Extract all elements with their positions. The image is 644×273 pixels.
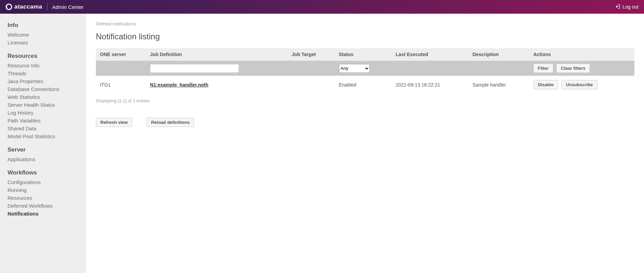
cell-description: Sample handler xyxy=(468,76,529,94)
sidebar-heading: Workflows xyxy=(8,169,79,176)
sidebar-group: ServerApplications xyxy=(8,146,79,163)
sidebar-item-java-properties[interactable]: Java Properties xyxy=(8,77,79,85)
logout-button[interactable]: Log out xyxy=(615,4,639,10)
sidebar: InfoWelcomeLicensesResourcesResource Inf… xyxy=(0,14,86,273)
sidebar-item-licenses[interactable]: Licenses xyxy=(8,39,79,47)
filter-button[interactable]: Filter xyxy=(533,64,553,73)
cell-one-server: ITG1 xyxy=(96,76,146,94)
cell-last-executed: 2021-09-13 16:22:21 xyxy=(392,76,468,94)
disable-button[interactable]: Disable xyxy=(533,80,558,89)
sidebar-group: InfoWelcomeLicenses xyxy=(8,22,79,47)
reload-definitions-button[interactable]: Reload definitions xyxy=(147,118,194,127)
brand[interactable]: ataccama xyxy=(5,3,42,10)
brand-text: ataccama xyxy=(14,3,42,10)
col-last-executed: Last Executed xyxy=(392,48,468,61)
col-one-server: ONE server xyxy=(96,48,146,61)
brand-logo-icon xyxy=(5,3,12,10)
sidebar-item-notifications[interactable]: Notifications xyxy=(8,210,79,218)
unsubscribe-button[interactable]: Unsubscribe xyxy=(561,80,597,89)
sidebar-item-threads[interactable]: Threads xyxy=(8,69,79,77)
layout: InfoWelcomeLicensesResourcesResource Inf… xyxy=(0,14,644,273)
sidebar-item-log-history[interactable]: Log History xyxy=(8,109,79,117)
sidebar-item-resources[interactable]: Resources xyxy=(8,194,79,202)
sidebar-item-configurations[interactable]: Configurations xyxy=(8,178,79,186)
bottom-actions: Refresh view Reload definitions xyxy=(96,118,634,127)
svg-rect-1 xyxy=(6,6,7,8)
sidebar-heading: Info xyxy=(8,22,79,29)
sidebar-heading: Resources xyxy=(8,53,79,60)
logout-icon xyxy=(615,4,620,10)
col-status: Status xyxy=(335,48,392,61)
clear-filters-button[interactable]: Clear filters xyxy=(556,64,590,73)
entries-text: Displaying [1-1] of 1 entries xyxy=(96,98,634,103)
table-row: ITG1 N1:example_handler.noth Enabled 202… xyxy=(96,76,634,94)
sidebar-heading: Server xyxy=(8,146,79,153)
sidebar-item-path-variables[interactable]: Path Variables xyxy=(8,117,79,125)
job-definition-filter-input[interactable] xyxy=(150,64,239,73)
filter-row: Any Filter Clear filters xyxy=(96,61,634,76)
col-actions: Actions xyxy=(529,48,634,61)
logout-label: Log out xyxy=(622,4,639,10)
divider xyxy=(47,3,48,11)
page-title: Notification listing xyxy=(96,32,634,41)
sidebar-item-server-health-status[interactable]: Server Health Status xyxy=(8,101,79,109)
top-bar-left: ataccama Admin Center xyxy=(5,3,84,11)
main-content: Defined notifications Notification listi… xyxy=(86,14,644,273)
breadcrumb: Defined notifications xyxy=(96,21,634,26)
sidebar-item-resource-info[interactable]: Resource Info xyxy=(8,62,79,69)
sidebar-item-shared-data[interactable]: Shared Data xyxy=(8,125,79,132)
cell-status: Enabled xyxy=(335,76,392,94)
app-title: Admin Center xyxy=(52,4,84,10)
sidebar-item-welcome[interactable]: Welcome xyxy=(8,31,79,39)
cell-job-target xyxy=(288,76,335,94)
status-filter-select[interactable]: Any xyxy=(339,64,370,73)
table-header-row: ONE server Job Definition Job Target Sta… xyxy=(96,48,634,61)
notifications-table: ONE server Job Definition Job Target Sta… xyxy=(96,48,634,93)
sidebar-item-database-connections[interactable]: Database Connections xyxy=(8,85,79,93)
sidebar-item-deferred-workflows[interactable]: Deferred Workflows xyxy=(8,202,79,210)
sidebar-item-applications[interactable]: Applications xyxy=(8,155,79,163)
sidebar-group: WorkflowsConfigurationsRunningResourcesD… xyxy=(8,169,79,218)
col-description: Description xyxy=(468,48,529,61)
col-job-target: Job Target xyxy=(288,48,335,61)
top-bar: ataccama Admin Center Log out xyxy=(0,0,644,14)
sidebar-item-running[interactable]: Running xyxy=(8,186,79,194)
sidebar-item-model-pool-statistics[interactable]: Model Pool Statistics xyxy=(8,132,79,140)
sidebar-item-web-statistics[interactable]: Web Statistics xyxy=(8,93,79,101)
sidebar-group: ResourcesResource InfoThreadsJava Proper… xyxy=(8,53,79,140)
job-definition-link[interactable]: N1:example_handler.noth xyxy=(150,82,208,88)
refresh-view-button[interactable]: Refresh view xyxy=(96,118,132,127)
col-job-definition: Job Definition xyxy=(146,48,288,61)
